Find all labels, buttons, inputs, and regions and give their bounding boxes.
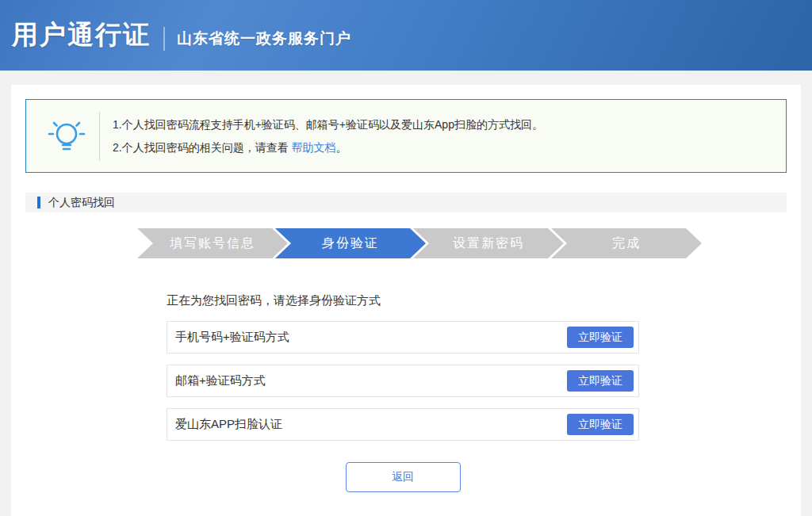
notice-text: 1.个人找回密码流程支持手机+验证码、邮箱号+验证码以及爱山东App扫脸的方式找… [113, 113, 543, 159]
notice-divider [99, 112, 100, 161]
section-header: 个人密码找回 [25, 193, 787, 212]
step-set-new-password: 设置新密码 [413, 228, 564, 258]
method-row-app-face-scan: 爱山东APP扫脸认证 立即验证 [167, 408, 639, 441]
method-row-email: 邮箱+验证码方式 立即验证 [167, 365, 639, 397]
app-title: 用户通行证 [12, 17, 151, 53]
method-label: 爱山东APP扫脸认证 [175, 417, 282, 432]
progress-steps: 填写账号信息 身份验证 设置新密码 完成 [137, 228, 801, 258]
method-label: 手机号码+验证码方式 [175, 330, 289, 345]
section-accent-bar [37, 197, 40, 208]
help-doc-link[interactable]: 帮助文档 [292, 141, 336, 154]
portal-name: 山东省统一政务服务门户 [177, 29, 351, 49]
step-fill-account-info: 填写账号信息 [137, 228, 288, 258]
back-button-row: 返回 [167, 462, 639, 492]
verify-now-button[interactable]: 立即验证 [567, 414, 634, 435]
notice-line-2-text: 2.个人找回密码的相关问题，请查看 [113, 141, 292, 154]
content-card: 1.个人找回密码流程支持手机+验证码、邮箱号+验证码以及爱山东App扫脸的方式找… [11, 85, 801, 516]
section-title: 个人密码找回 [48, 196, 115, 210]
notice-line-2-period: 。 [336, 141, 347, 154]
notice-line-2: 2.个人找回密码的相关问题，请查看 帮助文档。 [113, 136, 543, 159]
method-row-phone: 手机号码+验证码方式 立即验证 [167, 321, 639, 354]
method-list: 手机号码+验证码方式 立即验证 邮箱+验证码方式 立即验证 爱山东APP扫脸认证… [167, 321, 639, 441]
notice-line-1: 1.个人找回密码流程支持手机+验证码、邮箱号+验证码以及爱山东App扫脸的方式找… [113, 113, 543, 136]
header-divider [163, 27, 165, 51]
lightbulb-icon [42, 117, 91, 155]
step-identity-verification: 身份验证 [275, 228, 426, 258]
step-complete: 完成 [551, 228, 702, 258]
back-button[interactable]: 返回 [346, 462, 461, 492]
method-label: 邮箱+验证码方式 [175, 373, 266, 388]
prompt-text: 正在为您找回密码，请选择身份验证方式 [167, 293, 801, 308]
header: 用户通行证 山东省统一政务服务门户 [0, 0, 812, 71]
verify-now-button[interactable]: 立即验证 [567, 370, 634, 392]
verify-now-button[interactable]: 立即验证 [567, 327, 634, 348]
notice-box: 1.个人找回密码流程支持手机+验证码、邮箱号+验证码以及爱山东App扫脸的方式找… [25, 99, 787, 173]
